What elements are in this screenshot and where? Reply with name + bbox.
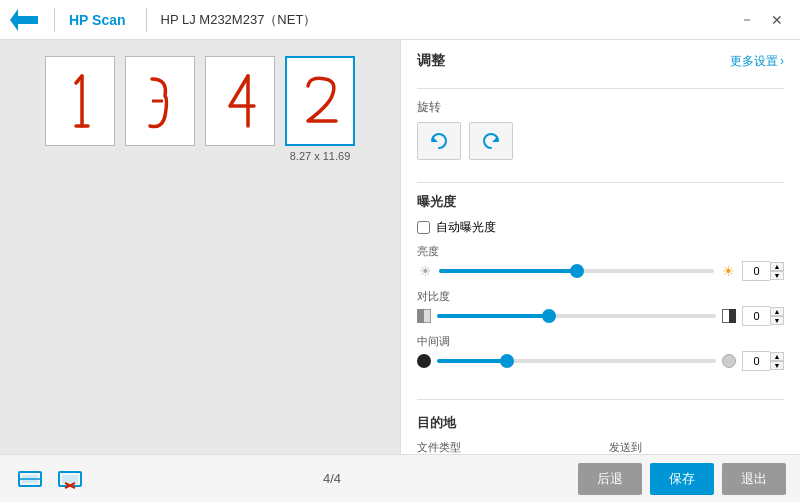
file-type-label: 文件类型	[417, 440, 593, 454]
midtone-label: 中间调	[417, 334, 784, 349]
destination-title: 目的地	[417, 414, 784, 432]
exposure-section: 曝光度 自动曝光度 亮度 ☀ ☀	[417, 193, 784, 377]
brightness-up-button[interactable]: ▲	[770, 262, 784, 271]
thumbnail-img-1	[45, 56, 115, 146]
svg-marker-0	[10, 9, 38, 31]
brightness-value-control: ▲ ▼	[742, 261, 784, 281]
midtone-thumb[interactable]	[500, 354, 514, 368]
svg-marker-1	[432, 136, 438, 142]
contrast-control: 对比度 ▲ ▼	[417, 289, 784, 326]
main-content: 8.27 x 11.69 调整 更多设置 › 旋转	[0, 40, 800, 454]
adjust-header: 调整 更多设置 ›	[417, 52, 784, 70]
page-counter: 4/4	[94, 471, 570, 486]
contrast-value-input[interactable]	[742, 306, 770, 326]
titlebar: HP Scan HP LJ M232M237（NET） － ✕	[0, 0, 800, 40]
brightness-row: ☀ ☀ ▲ ▼	[417, 261, 784, 281]
thumbnail-3[interactable]	[205, 56, 275, 146]
right-panel: 调整 更多设置 › 旋转	[400, 40, 800, 454]
midtone-up-button[interactable]: ▲	[770, 352, 784, 361]
brightness-control: 亮度 ☀ ☀ ▲ ▼	[417, 244, 784, 281]
titlebar-divider	[54, 8, 55, 32]
exit-button[interactable]: 退出	[722, 463, 786, 495]
divider-3	[417, 399, 784, 400]
svg-rect-7	[62, 475, 78, 483]
thumbnail-size-label: 8.27 x 11.69	[290, 150, 351, 162]
auto-exposure-label: 自动曝光度	[436, 219, 496, 236]
brightness-low-icon: ☀	[417, 263, 433, 279]
contrast-slider[interactable]	[437, 314, 716, 318]
contrast-down-button[interactable]: ▼	[770, 316, 784, 325]
thumbnail-2[interactable]	[125, 56, 195, 146]
midtone-slider[interactable]	[437, 359, 716, 363]
midtone-spin: ▲ ▼	[770, 352, 784, 370]
auto-exposure-checkbox[interactable]	[417, 221, 430, 234]
hp-logo	[10, 9, 38, 31]
contrast-fill	[437, 314, 549, 318]
more-settings-link[interactable]: 更多设置 ›	[730, 53, 784, 70]
titlebar-divider2	[146, 8, 147, 32]
midtone-control: 中间调 ▲ ▼	[417, 334, 784, 371]
contrast-label: 对比度	[417, 289, 784, 304]
thumbnail-4[interactable]: 8.27 x 11.69	[285, 56, 355, 162]
contrast-spin: ▲ ▼	[770, 307, 784, 325]
bottom-toolbar: 4/4 后退 保存 退出	[0, 454, 800, 502]
svg-marker-2	[492, 136, 498, 142]
rotate-buttons	[417, 122, 784, 160]
destination-row: 文件类型 PDF JPEG PNG TIFF 发送到	[417, 440, 784, 454]
midtone-down-button[interactable]: ▼	[770, 361, 784, 370]
midtone-light-icon	[722, 354, 736, 368]
midtone-dark-icon	[417, 354, 431, 368]
brightness-spin: ▲ ▼	[770, 262, 784, 280]
divider-1	[417, 88, 784, 89]
thumbnail-img-3	[205, 56, 275, 146]
divider-2	[417, 182, 784, 183]
rotate-left-button[interactable]	[417, 122, 461, 160]
midtone-fill	[437, 359, 507, 363]
brightness-value-input[interactable]	[742, 261, 770, 281]
auto-exposure-row: 自动曝光度	[417, 219, 784, 236]
brightness-high-icon: ☀	[720, 263, 736, 279]
back-button[interactable]: 后退	[578, 463, 642, 495]
send-to-label: 发送到	[609, 440, 785, 454]
scan-icon-button[interactable]	[14, 463, 46, 495]
hp-logo-icon	[10, 9, 38, 31]
thumbnails-row: 8.27 x 11.69	[45, 56, 355, 444]
brightness-down-button[interactable]: ▼	[770, 271, 784, 280]
brightness-slider[interactable]	[439, 269, 714, 273]
contrast-low-icon	[417, 309, 431, 323]
rotate-label: 旋转	[417, 99, 784, 116]
midtone-row: ▲ ▼	[417, 351, 784, 371]
file-type-col: 文件类型 PDF JPEG PNG TIFF	[417, 440, 593, 454]
device-name: HP LJ M232M237（NET）	[161, 11, 734, 29]
adjust-title: 调整	[417, 52, 445, 70]
contrast-thumb[interactable]	[542, 309, 556, 323]
contrast-up-button[interactable]: ▲	[770, 307, 784, 316]
rotate-section: 旋转	[417, 99, 784, 160]
thumbnail-1[interactable]	[45, 56, 115, 146]
thumbnail-img-2	[125, 56, 195, 146]
window-controls: － ✕	[734, 10, 790, 30]
app-name: HP Scan	[69, 12, 126, 28]
contrast-high-icon	[722, 309, 736, 323]
brightness-fill	[439, 269, 577, 273]
destination-section: 目的地 文件类型 PDF JPEG PNG TIFF 发送	[417, 414, 784, 454]
midtone-value-input[interactable]	[742, 351, 770, 371]
close-button[interactable]: ✕	[764, 10, 790, 30]
save-button[interactable]: 保存	[650, 463, 714, 495]
contrast-value-control: ▲ ▼	[742, 306, 784, 326]
brightness-thumb[interactable]	[570, 264, 584, 278]
contrast-row: ▲ ▼	[417, 306, 784, 326]
midtone-value-control: ▲ ▼	[742, 351, 784, 371]
minimize-button[interactable]: －	[734, 10, 760, 30]
delete-scan-button[interactable]	[54, 463, 86, 495]
rotate-right-button[interactable]	[469, 122, 513, 160]
send-to-col: 发送到 本地或网络文件夹 电子邮件 SharePoint	[609, 440, 785, 454]
exposure-title: 曝光度	[417, 193, 784, 211]
thumbnail-img-4	[285, 56, 355, 146]
brightness-label: 亮度	[417, 244, 784, 259]
left-panel: 8.27 x 11.69	[0, 40, 400, 454]
